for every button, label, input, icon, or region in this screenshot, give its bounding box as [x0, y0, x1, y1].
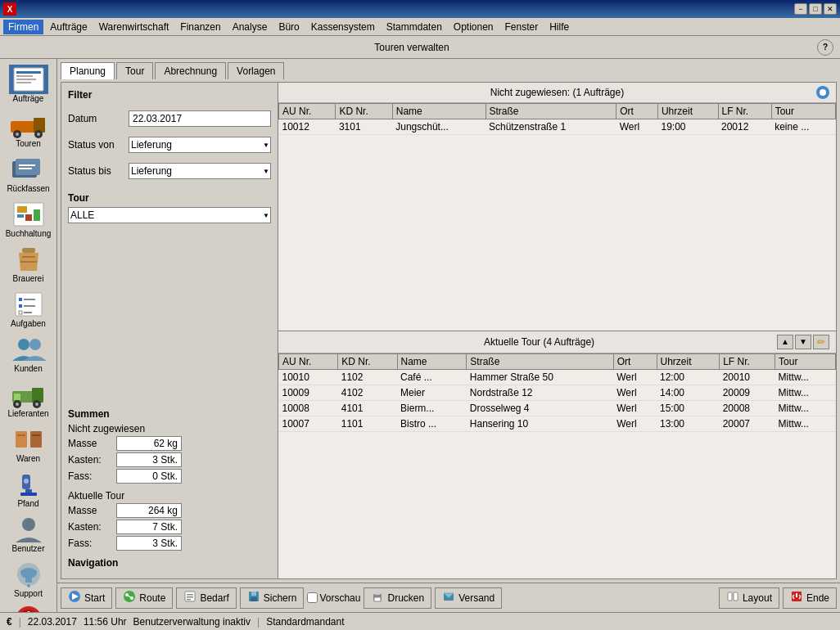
layout-button[interactable]: Layout: [719, 587, 779, 609]
col-strasse-bot[interactable]: Straße: [467, 353, 613, 369]
bottom-table-scroll[interactable]: AU Nr. KD Nr. Name Straße Ort Uhrzeit LF…: [278, 353, 836, 432]
tab-abrechnung[interactable]: Abrechnung: [155, 62, 226, 79]
col-name-bot[interactable]: Name: [397, 353, 467, 369]
menu-analyse[interactable]: Analyse: [228, 20, 273, 34]
status-bis-wrapper: Lieferung ▼: [129, 163, 271, 179]
svg-rect-4: [16, 79, 36, 80]
pfand-img: [9, 470, 48, 499]
table-row[interactable]: 100123101Jungschüt...Schützenstraße 1Wer…: [279, 119, 836, 135]
svg-rect-22: [25, 214, 32, 221]
close-button[interactable]: ✕: [824, 3, 837, 15]
col-name-top[interactable]: Name: [392, 104, 485, 119]
sidebar-item-brauerei[interactable]: Brauerei: [3, 242, 54, 286]
sidebar-label-kunden: Kunden: [14, 364, 42, 373]
menu-hilfe[interactable]: Hilfe: [544, 20, 574, 34]
status-euro: €: [7, 616, 12, 628]
help-button[interactable]: ?: [817, 39, 833, 56]
col-uhrzeit-bot[interactable]: Uhrzeit: [657, 353, 720, 369]
vorschau-checkbox[interactable]: [307, 592, 318, 603]
menu-kassensystem[interactable]: Kassensystem: [306, 20, 380, 34]
menu-warenwirtschaft[interactable]: Warenwirtschaft: [94, 20, 174, 34]
col-au-nr-top[interactable]: AU Nr.: [279, 104, 336, 119]
title-bar-left: X: [3, 2, 20, 16]
menu-optionen[interactable]: Optionen: [449, 20, 499, 34]
tour-select[interactable]: ALLE Tour 1 Tour 2: [68, 207, 271, 223]
menu-buero[interactable]: Büro: [273, 20, 304, 34]
bedarf-button[interactable]: Bedarf: [176, 587, 236, 609]
svg-rect-74: [187, 594, 193, 596]
svg-rect-36: [24, 312, 32, 313]
route-button[interactable]: Route: [115, 587, 173, 609]
svg-rect-34: [24, 305, 35, 307]
svg-rect-33: [19, 304, 22, 308]
tab-vorlagen[interactable]: Vorlagen: [228, 62, 284, 79]
sidebar-item-kunden[interactable]: Kunden: [3, 332, 54, 376]
col-strasse-top[interactable]: Straße: [485, 104, 616, 119]
tab-tour[interactable]: Tour: [116, 62, 153, 79]
versand-icon: [442, 590, 455, 605]
sidebar-item-waren[interactable]: Waren: [3, 422, 54, 466]
edit-button[interactable]: ✏: [813, 335, 829, 349]
sidebar-item-touren[interactable]: Touren: [3, 107, 54, 151]
sidebar-item-benutzer[interactable]: Benutzer: [3, 512, 54, 556]
bottom-table-title: Aktuelle Tour (4 Aufträge): [301, 336, 777, 348]
minimize-button[interactable]: −: [794, 3, 807, 15]
sidebar-label-touren: Touren: [16, 139, 41, 148]
nav-up-button[interactable]: ▲: [777, 335, 793, 349]
top-table-scroll[interactable]: AU Nr. KD Nr. Name Straße Ort Uhrzeit LF…: [278, 103, 836, 135]
status-von-select[interactable]: Lieferung: [129, 137, 271, 153]
versand-button[interactable]: Versand: [435, 587, 502, 609]
sidebar-item-aufgaben[interactable]: Aufgaben: [3, 287, 54, 331]
col-lf-nr-top[interactable]: LF Nr.: [718, 104, 771, 119]
tab-planung[interactable]: Planung: [61, 62, 115, 79]
sidebar-item-auftraege[interactable]: Aufträge: [3, 62, 54, 106]
menu-stammdaten[interactable]: Stammdaten: [382, 20, 447, 34]
brauerei-img: [9, 245, 48, 274]
filter-status-bis-row: Status bis Lieferung ▼: [68, 163, 271, 179]
status-bis-select[interactable]: Lieferung: [129, 163, 271, 179]
col-kd-nr-bot[interactable]: KD Nr.: [338, 353, 397, 369]
masse-at-value: [116, 503, 182, 518]
col-ort-bot[interactable]: Ort: [613, 353, 657, 369]
col-lf-nr-bot[interactable]: LF Nr.: [720, 353, 775, 369]
sidebar-item-pfand[interactable]: Pfand: [3, 467, 54, 511]
route-label: Route: [139, 592, 165, 604]
col-tour-top[interactable]: Tour: [771, 104, 835, 119]
col-au-nr-bot[interactable]: AU Nr.: [279, 353, 338, 369]
menu-auftraege[interactable]: Aufträge: [45, 20, 92, 34]
table-row[interactable]: 100101102Café ...Hammer Straße 50Werl12:…: [279, 369, 836, 385]
col-tour-bot[interactable]: Tour: [775, 353, 836, 369]
svg-rect-17: [19, 168, 32, 169]
menu-firmen[interactable]: Firmen: [3, 20, 43, 34]
nav-down-button[interactable]: ▼: [795, 335, 811, 349]
col-ort-top[interactable]: Ort: [616, 104, 658, 119]
col-uhrzeit-top[interactable]: Uhrzeit: [657, 104, 718, 119]
menu-finanzen[interactable]: Finanzen: [175, 20, 225, 34]
drucken-label: Drucken: [387, 592, 424, 604]
svg-rect-2: [16, 71, 41, 74]
datum-input[interactable]: [129, 110, 271, 127]
maximize-button[interactable]: □: [809, 3, 822, 15]
svg-rect-82: [374, 597, 381, 601]
sidebar-item-ende[interactable]: Ende: [3, 602, 54, 612]
col-kd-nr-top[interactable]: KD Nr.: [336, 104, 392, 119]
sidebar-item-rueckfassen[interactable]: Rückfassen: [3, 152, 54, 196]
benutzer-img: [9, 515, 48, 544]
title-bar-controls: − □ ✕: [794, 3, 837, 15]
sidebar-item-support[interactable]: Support: [3, 557, 54, 601]
filter-status-bis-label: Status bis: [68, 165, 125, 177]
menu-fenster[interactable]: Fenster: [500, 20, 544, 34]
lieferanten-img: [9, 380, 48, 409]
layout-label: Layout: [743, 592, 772, 604]
rueckfassen-img: [9, 155, 48, 184]
table-row[interactable]: 100071101Bistro ...Hansering 10Werl13:00…: [279, 416, 836, 431]
table-row[interactable]: 100094102MeierNordstraße 12Werl14:002000…: [279, 385, 836, 400]
table-row[interactable]: 100084101Bierm...Drosselweg 4Werl15:0020…: [279, 400, 836, 416]
sidebar-item-buchhaltung[interactable]: Buchhaltung: [3, 197, 54, 241]
status-date: 22.03.2017: [28, 616, 77, 628]
sidebar-item-lieferanten[interactable]: Lieferanten: [3, 377, 54, 421]
drucken-button[interactable]: Drucken: [364, 587, 431, 609]
ende-button[interactable]: Ende: [783, 587, 837, 609]
start-button[interactable]: Start: [61, 587, 112, 609]
sichern-button[interactable]: Sichern: [240, 587, 305, 609]
